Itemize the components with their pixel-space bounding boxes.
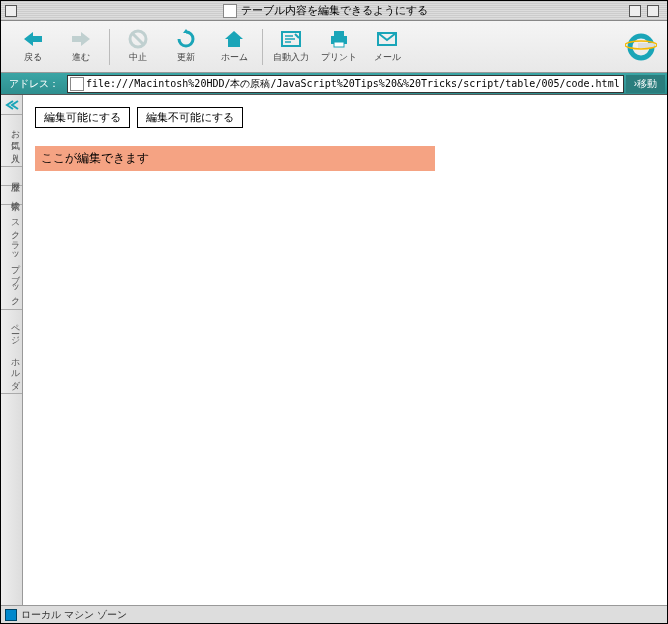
status-bar: ローカル マシン ゾーン	[1, 605, 667, 623]
zone-icon	[5, 609, 17, 621]
titlebar: テーブル内容を編集できるようにする	[1, 1, 667, 21]
home-button[interactable]: ホーム	[210, 29, 258, 64]
disable-edit-button[interactable]: 編集不可能にする	[137, 107, 243, 128]
window-title: テーブル内容を編集できるようにする	[241, 3, 428, 18]
collapse-box[interactable]	[647, 5, 659, 17]
sidebar-tab-history[interactable]: 履歴	[1, 167, 22, 186]
editable-area[interactable]: ここが編集できます	[35, 146, 435, 171]
page-icon	[70, 77, 84, 91]
enable-edit-button[interactable]: 編集可能にする	[35, 107, 130, 128]
status-text: ローカル マシン ゾーン	[21, 608, 127, 622]
sidebar: お気に入り 履歴 検索 スクラップブック ページ ホルダ	[1, 95, 23, 605]
document-icon	[223, 4, 237, 18]
browser-window: テーブル内容を編集できるようにする 戻る 進む 中止 更新 ホーム	[0, 0, 668, 624]
forward-button[interactable]: 進む	[57, 29, 105, 64]
print-button[interactable]: プリント	[315, 29, 363, 64]
sidebar-tab-scrapbook[interactable]: スクラップブック	[1, 205, 22, 310]
stop-button[interactable]: 中止	[114, 29, 162, 64]
address-input[interactable]	[86, 78, 621, 89]
refresh-button[interactable]: 更新	[162, 29, 210, 64]
sidebar-toggle[interactable]	[1, 95, 22, 115]
address-bar: アドレス： › 移動	[1, 73, 667, 95]
sidebar-tab-search[interactable]: 検索	[1, 186, 22, 205]
sidebar-tab-pageholder[interactable]: ページ ホルダ	[1, 310, 22, 394]
toolbar: 戻る 進む 中止 更新 ホーム 自動入力 プリント メール	[1, 21, 667, 73]
sidebar-tab-favorites[interactable]: お気に入り	[1, 115, 22, 167]
autofill-button[interactable]: 自動入力	[267, 29, 315, 64]
mail-button[interactable]: メール	[363, 29, 411, 64]
ie-logo-icon	[623, 29, 659, 65]
address-label: アドレス：	[1, 77, 67, 91]
zoom-box[interactable]	[629, 5, 641, 17]
svg-rect-3	[334, 31, 344, 36]
svg-rect-5	[334, 42, 344, 47]
back-button[interactable]: 戻る	[9, 29, 57, 64]
go-button[interactable]: › 移動	[626, 75, 665, 93]
close-box[interactable]	[5, 5, 17, 17]
svg-line-1	[133, 34, 143, 44]
page-content: 編集可能にする 編集不可能にする ここが編集できます	[23, 95, 667, 605]
